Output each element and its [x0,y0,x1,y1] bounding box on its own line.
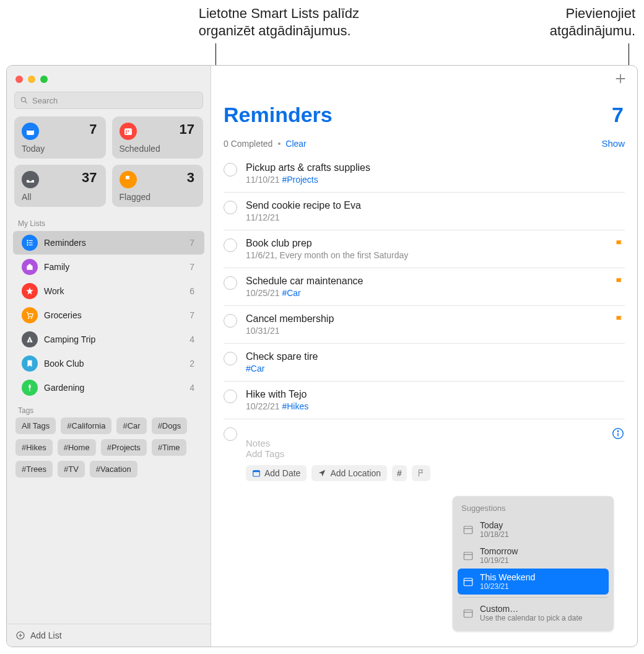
list-icon [22,331,38,347]
calendar-icon [120,123,137,140]
reminder-row[interactable]: Hike with Tejo10/22/21 #Hikes [224,381,625,419]
svg-rect-32 [464,578,472,586]
show-button[interactable]: Show [601,138,625,149]
tag-pill[interactable]: #TV [58,461,85,477]
tag-pill[interactable]: #Dogs [152,417,188,434]
reminder-subtitle: 10/22/21 #Hikes [246,401,625,411]
add-flag-button[interactable] [412,465,430,481]
checkbox-icon[interactable] [224,427,237,441]
checkbox-icon[interactable] [224,352,237,365]
add-list-button[interactable]: Add List [7,624,211,647]
reminder-row[interactable]: Send cookie recipe to Eva11/12/21 [224,193,625,230]
checkbox-icon[interactable] [224,276,237,290]
flag-icon [417,469,425,477]
smart-list-count: 17 [180,121,194,137]
new-reminder-row[interactable]: Notes Add Tags Add Date Add Location # [224,419,625,485]
smart-list-flagged[interactable]: 3 Flagged [112,165,204,207]
reminder-tag[interactable]: #Car [246,364,264,373]
suggestion-title: Custom… [480,604,582,614]
reminder-subtitle: 11/10/21 #Projects [246,175,625,185]
svg-rect-3 [27,128,34,130]
suggestion-subtitle: 10/23/21 [480,582,535,591]
svg-rect-28 [464,526,472,534]
suggestion-custom[interactable]: Custom… Use the calendar to pick a date [458,600,609,626]
svg-rect-7 [126,133,127,134]
add-tags-input[interactable]: Add Tags [246,448,603,459]
add-location-button[interactable]: Add Location [311,465,387,481]
tag-pill[interactable]: #California [61,417,111,434]
checkbox-icon[interactable] [224,390,237,403]
list-name: Reminders [44,238,183,248]
flag-icon [614,277,625,288]
suggestion-item[interactable]: This Weekend10/23/21 [458,569,609,595]
sidebar-list-item[interactable]: Family7 [13,255,204,279]
svg-rect-5 [126,131,127,132]
reminder-row[interactable]: Schedule car maintenance10/25/21 #Car [224,268,625,306]
notes-input[interactable]: Notes [246,438,603,448]
tag-pill[interactable]: #Vacation [90,461,137,477]
location-icon [318,469,326,477]
reminder-row[interactable]: Book club prep11/6/21, Every month on th… [224,230,625,268]
checkbox-icon[interactable] [224,238,237,252]
reminder-row[interactable]: Pickup arts & crafts supplies11/10/21 #P… [224,155,625,193]
list-icon [22,235,38,251]
add-reminder-button[interactable] [614,72,627,85]
list-count: 7 [189,238,194,248]
suggestion-item[interactable]: Today10/18/21 [458,517,609,543]
close-icon[interactable] [15,76,23,83]
sidebar-list-item[interactable]: Groceries7 [13,303,204,327]
smart-list-label: Scheduled [120,144,160,154]
smart-list-scheduled[interactable]: 17 Scheduled [112,116,204,159]
suggestion-item[interactable]: Tomorrow10/19/21 [458,543,609,569]
sidebar-list-item[interactable]: Camping Trip4 [13,328,204,351]
flag-icon [120,171,137,188]
reminder-title: Book club prep [246,238,605,249]
svg-marker-14 [26,287,33,295]
clear-button[interactable]: Clear [285,139,306,149]
tag-pill[interactable]: #Car [116,417,146,434]
smart-list-today[interactable]: 7 Today [14,116,106,159]
list-icon [22,355,38,372]
minimize-icon[interactable] [28,76,35,83]
sidebar-list-item[interactable]: Work6 [13,279,204,303]
sidebar-list-item[interactable]: Book Club2 [13,352,204,375]
reminders-list: Pickup arts & crafts supplies11/10/21 #P… [224,155,625,419]
reminder-subtitle: 10/25/21 #Car [246,288,605,298]
reminder-tag[interactable]: #Car [282,288,300,298]
svg-point-16 [31,318,32,319]
suggestion-subtitle: 10/18/21 [480,530,509,539]
tag-pill[interactable]: #Hikes [15,439,53,456]
reminder-tag[interactable]: #Hikes [282,401,308,411]
sidebar-list-item[interactable]: Reminders7 [13,231,204,255]
completed-row: 0 Completed • Clear Show [224,138,625,149]
tag-pill[interactable]: #Projects [101,439,147,456]
info-button[interactable] [611,427,625,440]
app-window: Search 7 Today 17 Scheduled [6,65,638,647]
suggestion-subtitle: 10/19/21 [480,556,518,565]
svg-point-12 [27,244,28,245]
search-input[interactable]: Search [14,92,203,109]
reminder-row[interactable]: Check spare tire#Car [224,344,625,381]
suggestions-separator [459,597,607,598]
smart-list-count: 3 [187,170,194,186]
add-date-button[interactable]: Add Date [246,465,307,481]
calendar-icon [22,123,39,140]
tag-pill[interactable]: #Home [58,439,96,456]
list-icon [22,307,38,323]
tag-pill[interactable]: All Tags [15,417,56,434]
svg-rect-6 [128,131,129,132]
svg-point-15 [28,318,29,319]
reminder-row[interactable]: Cancel membership10/31/21 [224,306,625,344]
checkbox-icon[interactable] [224,163,237,177]
checkbox-icon[interactable] [224,201,237,214]
my-lists: Reminders7Family7Work6Groceries7Camping … [7,230,211,400]
sidebar-list-item[interactable]: Gardening4 [13,376,204,399]
reminder-tag[interactable]: #Projects [282,175,318,185]
smart-list-all[interactable]: 37 All [14,165,106,207]
tag-pill[interactable]: #Time [152,439,186,456]
zoom-icon[interactable] [40,76,48,83]
checkbox-icon[interactable] [224,314,237,328]
reminder-subtitle: 11/6/21, Every month on the first Saturd… [246,250,605,260]
add-tag-button[interactable]: # [392,465,407,481]
tag-pill[interactable]: #Trees [15,461,53,477]
